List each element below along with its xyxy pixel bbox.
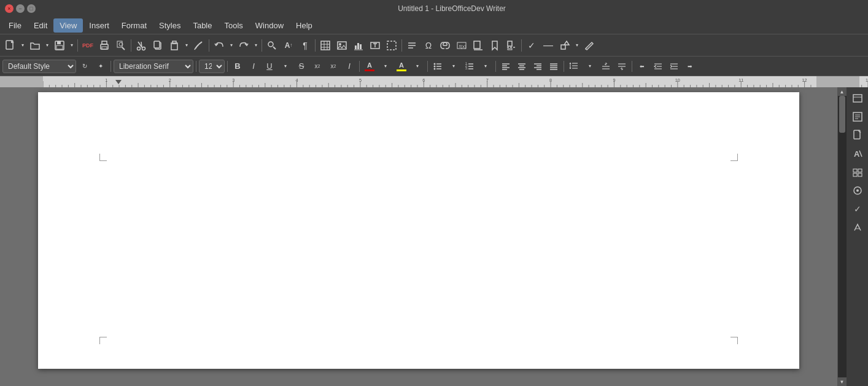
line-spacing-dropdown[interactable]: ▾ [583, 60, 597, 73]
maximize-button[interactable]: □ [27, 4, 36, 13]
bookmark-button[interactable] [487, 37, 503, 53]
tab-stop-marker[interactable] [115, 80, 122, 84]
undo-button[interactable] [211, 37, 227, 53]
open-dropdown[interactable]: ▾ [44, 37, 51, 53]
hyperlink-button[interactable] [437, 37, 453, 53]
font-color-dropdown[interactable]: ▾ [378, 60, 393, 73]
sidebar-properties[interactable] [849, 90, 866, 107]
shapes-dropdown[interactable]: ▾ [573, 37, 581, 53]
menu-tools[interactable]: Tools [218, 18, 249, 33]
paste-dropdown[interactable]: ▾ [183, 37, 190, 53]
show-formatting-button[interactable]: ¶ [297, 37, 313, 53]
increase-font-button[interactable]: A↑ [281, 37, 296, 53]
unordered-list-dropdown[interactable]: ▾ [446, 60, 461, 73]
font-name-select[interactable]: Liberation Serif [114, 60, 193, 73]
font-size-select[interactable]: 12 [199, 60, 225, 73]
scroll-thumb[interactable] [839, 96, 845, 133]
new-style-button[interactable]: ✦ [93, 60, 108, 73]
italic-button[interactable]: I [246, 60, 261, 73]
save-button[interactable] [52, 37, 68, 53]
insert-textbox-button[interactable] [367, 37, 383, 53]
shapes-button[interactable] [557, 37, 573, 53]
open-button[interactable] [27, 37, 43, 53]
align-left-button[interactable] [498, 60, 513, 73]
indent-decrease[interactable] [651, 60, 665, 73]
pagebreak-button[interactable] [503, 37, 519, 53]
footnote-button[interactable] [470, 37, 486, 53]
insert-field-button[interactable]: f(x) [454, 37, 470, 53]
insert-frame-button[interactable] [384, 37, 400, 53]
cut-button[interactable] [133, 37, 149, 53]
export-pdf-button[interactable]: PDF [80, 37, 96, 53]
ltr-button[interactable]: ⬅ [635, 60, 649, 73]
subscript-button[interactable]: x2 [326, 60, 341, 73]
unordered-list-button[interactable] [430, 60, 445, 73]
font-color-button[interactable]: A [362, 60, 377, 73]
bold-button[interactable]: B [230, 60, 245, 73]
menu-file[interactable]: File [2, 18, 28, 33]
sidebar-macro[interactable] [849, 219, 866, 236]
sidebar-gallery[interactable] [849, 163, 866, 181]
menu-styles[interactable]: Styles [153, 18, 187, 33]
ordered-list-button[interactable]: 1.2.3. [462, 60, 477, 73]
sidebar-navigator[interactable] [849, 182, 866, 199]
menu-table[interactable]: Table [187, 18, 218, 33]
save-dropdown[interactable]: ▾ [68, 37, 76, 53]
redo-button[interactable] [236, 37, 252, 53]
update-style-button[interactable]: ↻ [77, 60, 92, 73]
superscript-button[interactable]: x2 [310, 60, 325, 73]
para-spacing-below[interactable] [614, 60, 629, 73]
insert-image-button[interactable] [334, 37, 350, 53]
find-button[interactable] [264, 37, 280, 53]
menu-view[interactable]: View [53, 18, 83, 33]
sidebar-styles[interactable] [849, 108, 866, 125]
line-button[interactable]: — [540, 37, 556, 53]
para-spacing-above[interactable] [599, 60, 613, 73]
scroll-track[interactable] [838, 96, 847, 377]
sidebar-text-format[interactable]: A [849, 145, 866, 162]
paste-button[interactable] [166, 37, 182, 53]
check-button[interactable]: ✓ [524, 37, 540, 53]
insert-table-button[interactable] [317, 37, 333, 53]
paragraph-style-select[interactable]: Default Style [2, 60, 76, 73]
menu-insert[interactable]: Insert [83, 18, 115, 33]
menu-help[interactable]: Help [290, 18, 319, 33]
copy-button[interactable] [150, 37, 166, 53]
underline-button[interactable]: U [262, 60, 277, 73]
print-preview-button[interactable] [113, 37, 129, 53]
scroll-down-button[interactable]: ▼ [838, 377, 847, 386]
sidebar-check[interactable]: ✓ [849, 200, 866, 218]
close-button[interactable]: × [5, 4, 14, 13]
menu-format[interactable]: Format [115, 18, 153, 33]
undo-dropdown[interactable]: ▾ [228, 37, 235, 53]
print-button[interactable] [96, 37, 112, 53]
ruler-middle[interactable]: 12345678910111213 [43, 76, 868, 87]
menu-window[interactable]: Window [249, 18, 290, 33]
new-button[interactable] [2, 37, 18, 53]
align-justify-button[interactable] [546, 60, 561, 73]
redo-dropdown[interactable]: ▾ [252, 37, 260, 53]
sidebar-template[interactable] [849, 127, 866, 144]
vertical-scrollbar[interactable]: ▲ ▼ [837, 87, 846, 386]
underline-dropdown[interactable]: ▾ [278, 60, 293, 73]
minimize-button[interactable]: − [16, 4, 25, 13]
line-spacing-button[interactable] [567, 60, 581, 73]
highlight-button[interactable]: A [394, 60, 409, 73]
scroll-up-button[interactable]: ▲ [838, 87, 847, 96]
rtl-button[interactable]: ➡ [683, 60, 697, 73]
align-center-button[interactable] [514, 60, 529, 73]
indent-increase[interactable] [667, 60, 681, 73]
draw-button[interactable] [581, 37, 597, 53]
align-right-button[interactable] [530, 60, 545, 73]
format-paintbrush[interactable] [191, 37, 207, 53]
new-dropdown[interactable]: ▾ [19, 37, 26, 53]
document-area[interactable] [0, 87, 837, 386]
italic2-button[interactable]: I [342, 60, 357, 73]
strikethrough-button[interactable]: S [294, 60, 309, 73]
document-page[interactable] [38, 92, 799, 369]
menu-edit[interactable]: Edit [28, 18, 53, 33]
highlight-dropdown[interactable]: ▾ [410, 60, 425, 73]
alignment-button[interactable] [404, 37, 420, 53]
insert-chart-button[interactable] [351, 37, 366, 53]
special-char-button[interactable]: Ω [420, 37, 436, 53]
